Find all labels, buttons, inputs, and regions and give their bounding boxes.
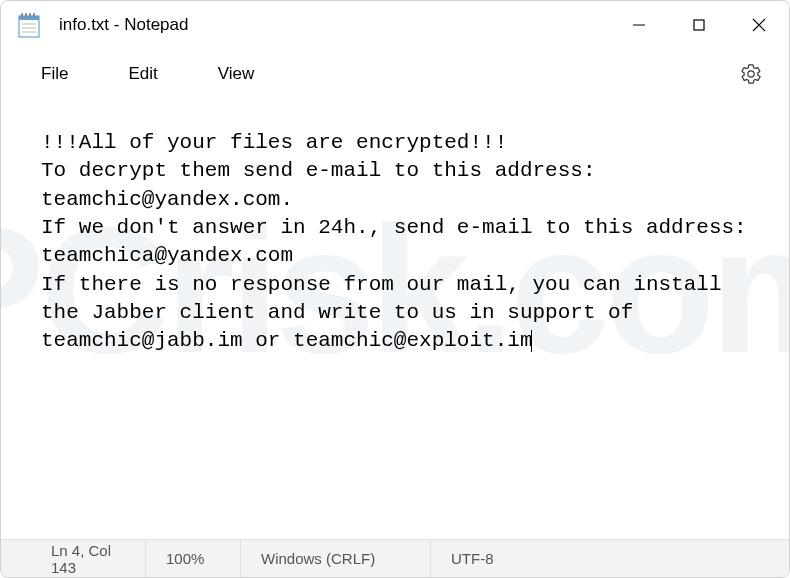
zoom-level[interactable]: 100% (146, 540, 241, 577)
document-text: !!!All of your files are encrypted!!! To… (41, 131, 759, 352)
notepad-icon (17, 13, 41, 37)
window-title: info.txt - Notepad (59, 15, 609, 35)
minimize-icon (632, 18, 646, 32)
minimize-button[interactable] (609, 1, 669, 49)
cursor-position: Ln 4, Col 143 (1, 540, 146, 577)
menu-edit[interactable]: Edit (108, 56, 177, 92)
maximize-button[interactable] (669, 1, 729, 49)
settings-button[interactable] (733, 56, 769, 92)
encoding: UTF-8 (431, 540, 514, 577)
close-icon (752, 18, 766, 32)
svg-rect-10 (694, 20, 704, 30)
titlebar: info.txt - Notepad (1, 1, 789, 49)
svg-rect-5 (33, 13, 35, 18)
menu-view[interactable]: View (198, 56, 275, 92)
window-controls (609, 1, 789, 49)
menu-file[interactable]: File (21, 56, 88, 92)
svg-rect-2 (21, 13, 23, 18)
maximize-icon (692, 18, 706, 32)
text-editor[interactable]: !!!All of your files are encrypted!!! To… (1, 99, 789, 376)
gear-icon (740, 63, 762, 85)
close-button[interactable] (729, 1, 789, 49)
svg-rect-4 (29, 13, 31, 18)
line-ending: Windows (CRLF) (241, 540, 431, 577)
svg-rect-3 (25, 13, 27, 18)
menubar: File Edit View (1, 49, 789, 99)
statusbar: Ln 4, Col 143 100% Windows (CRLF) UTF-8 (1, 539, 789, 577)
text-cursor (531, 330, 532, 352)
